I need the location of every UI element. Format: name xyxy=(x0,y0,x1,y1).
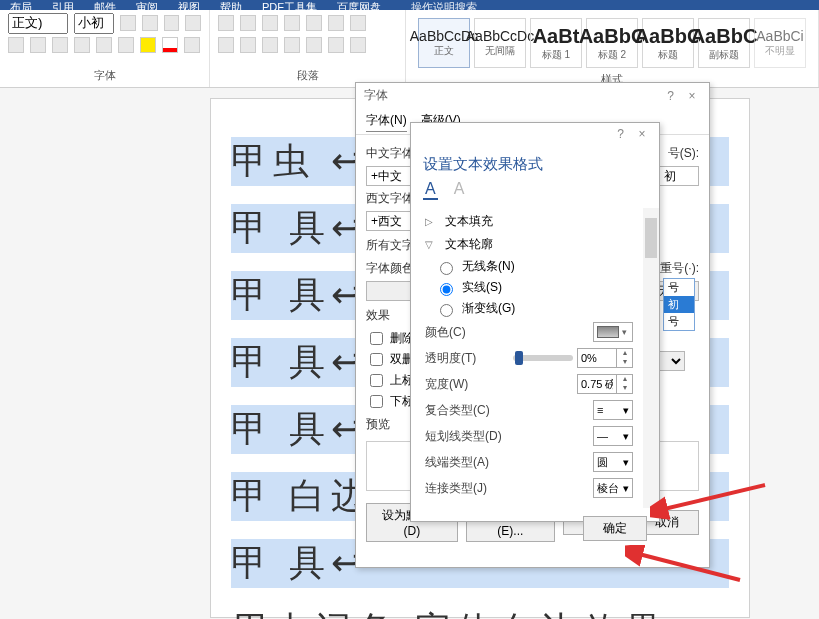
size-input[interactable] xyxy=(659,166,699,186)
close-icon[interactable]: × xyxy=(683,89,701,103)
join-select[interactable]: 棱台▾ xyxy=(593,478,633,498)
enclose-icon[interactable] xyxy=(184,37,200,53)
text-outline-group[interactable]: 文本轮廓 xyxy=(445,236,493,253)
color-picker[interactable]: ▾ xyxy=(593,322,633,342)
sort-icon[interactable] xyxy=(328,15,344,31)
chevron-right-icon[interactable]: ▷ xyxy=(425,216,437,227)
tab-layout[interactable]: 布局 xyxy=(0,0,42,10)
tell-me[interactable]: 操作说明搜索 xyxy=(401,0,487,10)
ribbon: 字体 段落 A xyxy=(0,10,819,88)
font-color-icon[interactable] xyxy=(162,37,178,53)
style-subtitle[interactable]: AaBbC副标题 xyxy=(698,18,750,68)
align-justify-icon[interactable] xyxy=(284,37,300,53)
text-fill-outline-icon[interactable]: A xyxy=(423,180,438,200)
font-size-input[interactable] xyxy=(74,13,114,34)
radio-gradient-line[interactable] xyxy=(440,304,453,317)
text-effects-icon[interactable]: A xyxy=(452,180,467,200)
text-effect-dialog: ? × 设置文本效果格式 A A ▷文本填充 ▽文本轮廓 无线条(N) 实线(S… xyxy=(410,122,660,522)
font-group-label: 字体 xyxy=(8,68,201,83)
compound-select[interactable]: ≡▾ xyxy=(593,400,633,420)
indent-inc-icon[interactable] xyxy=(306,15,322,31)
tab-pdf[interactable]: PDF工具集 xyxy=(252,0,327,10)
style-title[interactable]: AaBbC标题 xyxy=(642,18,694,68)
width-label: 宽度(W) xyxy=(425,376,495,393)
transparency-spinner[interactable]: ▴▾ xyxy=(577,348,633,368)
chk-strike[interactable] xyxy=(370,332,383,345)
tab-baidu[interactable]: 百度网盘 xyxy=(327,0,391,10)
tab-references[interactable]: 引用 xyxy=(42,0,84,10)
bold-icon[interactable] xyxy=(8,37,24,53)
style-normal[interactable]: AaBbCcDc正文 xyxy=(418,18,470,68)
style-heading2[interactable]: AaBbC标题 2 xyxy=(586,18,638,68)
radio-no-line[interactable] xyxy=(440,262,453,275)
cap-select[interactable]: 圆▾ xyxy=(593,452,633,472)
multilevel-icon[interactable] xyxy=(262,15,278,31)
text-fill-group[interactable]: 文本填充 xyxy=(445,213,493,230)
paragraph-group-label: 段落 xyxy=(218,68,397,83)
indent-dec-icon[interactable] xyxy=(284,15,300,31)
show-marks-icon[interactable] xyxy=(350,15,366,31)
grow-font-icon[interactable] xyxy=(120,15,136,31)
doc-line: 用由词条 字体白边效果↩ xyxy=(231,606,729,619)
join-label: 连接类型(J) xyxy=(425,480,495,497)
size-label: 号(S): xyxy=(668,145,699,162)
tab-view[interactable]: 视图 xyxy=(168,0,210,10)
clear-format-icon[interactable] xyxy=(185,15,201,31)
transparency-label: 透明度(T) xyxy=(425,350,495,367)
underline-icon[interactable] xyxy=(52,37,68,53)
borders-icon[interactable] xyxy=(350,37,366,53)
radio-solid-line[interactable] xyxy=(440,283,453,296)
scrollbar[interactable] xyxy=(645,212,657,492)
subscript-icon[interactable] xyxy=(96,37,112,53)
font-dialog-title: 字体 xyxy=(364,87,388,104)
fx-ok-button[interactable]: 确定 xyxy=(583,516,647,541)
tab-review[interactable]: 审阅 xyxy=(126,0,168,10)
shading-icon[interactable] xyxy=(328,37,344,53)
styles-group: AaBbCcDc正文 AaBbCcDc无间隔 AaBt标题 1 AaBbC标题 … xyxy=(406,10,819,87)
numbering-icon[interactable] xyxy=(240,15,256,31)
align-center-icon[interactable] xyxy=(240,37,256,53)
cap-label: 线端类型(A) xyxy=(425,454,495,471)
chk-double-strike[interactable] xyxy=(370,353,383,366)
tab-mailings[interactable]: 邮件 xyxy=(84,0,126,10)
change-case-icon[interactable] xyxy=(164,15,180,31)
line-spacing-icon[interactable] xyxy=(306,37,322,53)
bullets-icon[interactable] xyxy=(218,15,234,31)
italic-icon[interactable] xyxy=(30,37,46,53)
tab-help[interactable]: 帮助 xyxy=(210,0,252,10)
dash-select[interactable]: —▾ xyxy=(593,426,633,446)
font-name-input[interactable] xyxy=(8,13,68,34)
strike-icon[interactable] xyxy=(74,37,90,53)
emphasis-label: 重号(·): xyxy=(660,260,699,277)
shrink-font-icon[interactable] xyxy=(142,15,158,31)
transparency-slider[interactable] xyxy=(513,355,573,361)
highlight-icon[interactable] xyxy=(140,37,156,53)
help-icon[interactable]: ? xyxy=(612,127,630,141)
chevron-down-icon[interactable]: ▽ xyxy=(425,239,437,250)
fx-dialog-title: 设置文本效果格式 xyxy=(411,145,659,180)
close-icon[interactable]: × xyxy=(633,127,651,141)
dash-label: 短划线类型(D) xyxy=(425,428,502,445)
text-effects-icon[interactable] xyxy=(118,37,134,53)
style-subtle[interactable]: AaBbCi不明显 xyxy=(754,18,806,68)
color-label: 颜色(C) xyxy=(425,324,495,341)
style-nospacing[interactable]: AaBbCcDc无间隔 xyxy=(474,18,526,68)
width-spinner[interactable]: ▴▾ xyxy=(577,374,633,394)
chk-superscript[interactable] xyxy=(370,374,383,387)
font-group: 字体 xyxy=(0,10,210,87)
align-left-icon[interactable] xyxy=(218,37,234,53)
align-right-icon[interactable] xyxy=(262,37,278,53)
help-icon[interactable]: ? xyxy=(662,89,680,103)
ribbon-tabs: 布局 引用 邮件 审阅 视图 帮助 PDF工具集 百度网盘 操作说明搜索 xyxy=(0,0,819,10)
styles-gallery[interactable]: AaBbCcDc正文 AaBbCcDc无间隔 AaBt标题 1 AaBbC标题 … xyxy=(414,14,810,72)
tab-font[interactable]: 字体(N) xyxy=(366,110,407,132)
paragraph-group: 段落 xyxy=(210,10,406,87)
style-heading1[interactable]: AaBt标题 1 xyxy=(530,18,582,68)
compound-label: 复合类型(C) xyxy=(425,402,495,419)
chk-subscript[interactable] xyxy=(370,395,383,408)
size-list[interactable]: 号 初 号 xyxy=(663,278,695,331)
